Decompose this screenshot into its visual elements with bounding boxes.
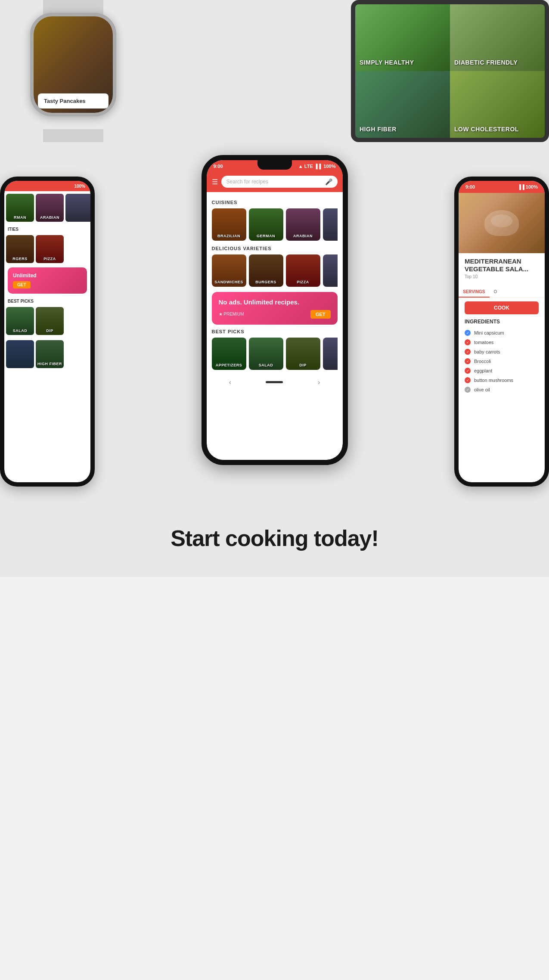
left-bp-salad[interactable]: SALAD bbox=[6, 307, 34, 335]
nav-forward[interactable]: › bbox=[318, 378, 320, 386]
left-phone: 100% RMAN ARABIAN ITIES bbox=[0, 177, 95, 487]
cuisine-arabian[interactable]: ARABIAN bbox=[286, 208, 320, 241]
left-promo-card[interactable]: Unlimited GET bbox=[8, 267, 87, 294]
variety-burgers[interactable]: BURGERS bbox=[249, 254, 283, 287]
watch-card-text: Tasty Pancakes bbox=[44, 98, 86, 104]
left-variety-burgers[interactable]: RGERS bbox=[6, 235, 34, 263]
cuisine-german[interactable]: GERMAN bbox=[249, 208, 283, 241]
tablet-cell-2[interactable]: DIABETIC FRIENDLY bbox=[450, 4, 545, 71]
left-variety-pizza-label: PIZZA bbox=[43, 257, 56, 261]
premium-label: ★ PREMIUM bbox=[219, 312, 244, 316]
center-status-right: ▲ LTE ▐▐ 100% bbox=[298, 164, 336, 169]
tablet-cell-3[interactable]: HIGH FIBER bbox=[355, 71, 450, 138]
cuisine-brazilian[interactable]: BRAZILIAN bbox=[212, 208, 246, 241]
left-variety-pizza[interactable]: PIZZA bbox=[36, 235, 64, 263]
bottom-cta: Start cooking today! bbox=[0, 508, 549, 577]
tablet-container: SIMPLY HEALTHY DIABETIC FRIENDLY HIGH FI… bbox=[351, 0, 549, 142]
left-bottom-label: HIGH FIBER bbox=[37, 362, 62, 366]
tablet-cell-label-2: DIABETIC FRIENDLY bbox=[454, 59, 518, 66]
left-status-bar: 100% bbox=[4, 181, 90, 191]
left-best-picks-row: SALAD DIP bbox=[4, 305, 90, 337]
ingredients-section: INGREDIENTS Mini capsicum tomatoes baby … bbox=[459, 314, 545, 399]
left-cuisine-arabian[interactable]: ARABIAN bbox=[36, 194, 64, 222]
left-bp-dip-label: DIP bbox=[46, 329, 53, 333]
left-varieties-label: ITIES bbox=[4, 224, 90, 233]
menu-icon[interactable]: ☰ bbox=[212, 178, 218, 186]
center-phone-screen: 9:00 ▲ LTE ▐▐ 100% ☰ Search for recipes … bbox=[207, 160, 343, 460]
ingredient-dot-6 bbox=[465, 377, 471, 383]
tablet-cell-label-4: LOW CHOLESTEROL bbox=[454, 126, 519, 133]
ingredient-capsicum: Mini capsicum bbox=[465, 328, 539, 338]
watch-container: Tasty Pancakes bbox=[13, 4, 133, 142]
left-cuisine-row: RMAN ARABIAN bbox=[4, 191, 90, 224]
cook-button[interactable]: COOK bbox=[465, 301, 539, 314]
variety-extra[interactable]: ··· bbox=[323, 254, 338, 287]
promo-bottom: ★ PREMIUM GET bbox=[219, 310, 331, 319]
center-search-bar: ☰ Search for recipes 🎤 bbox=[207, 172, 343, 192]
tab-other[interactable]: O bbox=[490, 287, 502, 298]
left-cuisine-arabian-label: ARABIAN bbox=[40, 215, 59, 220]
mic-icon[interactable]: 🎤 bbox=[325, 178, 332, 185]
center-phone-content: CUISINES BRAZILIAN GERMAN ARABIAN ··· bbox=[207, 192, 343, 460]
recipe-name: MEDITERRANEAN VEGETABLE SALA... bbox=[465, 257, 539, 273]
left-cuisine-german[interactable]: RMAN bbox=[6, 194, 34, 222]
cuisines-grid: BRAZILIAN GERMAN ARABIAN ··· bbox=[212, 208, 338, 241]
recipe-header-image bbox=[459, 193, 545, 253]
ingredient-olive-oil: olive oil bbox=[465, 385, 539, 394]
ingredient-mushrooms: button mushrooms bbox=[465, 375, 539, 385]
variety-pizza[interactable]: PIZZA bbox=[286, 254, 320, 287]
variety-burgers-label: BURGERS bbox=[255, 280, 276, 284]
ingredient-dot-3 bbox=[465, 349, 471, 355]
pick-dip[interactable]: DIP bbox=[286, 338, 320, 370]
variety-sandwiches[interactable]: SANDWICHES bbox=[212, 254, 246, 287]
recipe-tabs: SERVINGS O bbox=[459, 287, 545, 298]
best-picks-title: BEST PICKS bbox=[212, 329, 338, 334]
ingredient-dot-2 bbox=[465, 339, 471, 345]
right-phone-screen: 9:00 ▐▐ 100% MEDITERRANEAN VEGETABLE SAL… bbox=[459, 181, 545, 482]
cuisine-extra[interactable]: ··· bbox=[323, 208, 338, 241]
left-cuisine-extra[interactable] bbox=[65, 194, 90, 222]
center-status-signal: ▲ LTE ▐▐ bbox=[298, 164, 321, 169]
left-bp-salad-label: SALAD bbox=[13, 329, 28, 333]
ingredient-dot-1 bbox=[465, 330, 471, 336]
recipe-bowl bbox=[484, 210, 519, 236]
best-picks-grid: APPETIZERS SALAD DIP ··· bbox=[212, 338, 338, 370]
nav-home[interactable] bbox=[266, 381, 283, 383]
left-bottom-2: HIGH FIBER bbox=[36, 340, 64, 368]
cuisine-german-label: GERMAN bbox=[257, 234, 275, 238]
ingredient-name-7: olive oil bbox=[474, 387, 490, 392]
cuisines-title: CUISINES bbox=[212, 200, 338, 205]
cuisine-brazilian-label: BRAZILIAN bbox=[217, 234, 240, 238]
ingredient-name-2: tomatoes bbox=[474, 340, 493, 345]
ingredient-eggplant: eggplant bbox=[465, 366, 539, 375]
search-input-container[interactable]: Search for recipes 🎤 bbox=[221, 176, 338, 188]
right-status-battery: ▐▐ 100% bbox=[518, 184, 538, 189]
pick-salad[interactable]: SALAD bbox=[249, 338, 283, 370]
pick-appetizers[interactable]: APPETIZERS bbox=[212, 338, 246, 370]
ingredient-broccoli: Broccoli bbox=[465, 357, 539, 366]
ingredient-dot-4 bbox=[465, 358, 471, 364]
ingredient-name-6: button mushrooms bbox=[474, 378, 513, 383]
left-bp-dip[interactable]: DIP bbox=[36, 307, 64, 335]
tab-servings[interactable]: SERVINGS bbox=[459, 287, 490, 298]
left-best-picks-label: BEST PICKS bbox=[4, 296, 90, 305]
get-button[interactable]: GET bbox=[310, 310, 331, 319]
promo-card[interactable]: No ads. Unlimited recipes. ★ PREMIUM GET bbox=[212, 292, 338, 325]
ingredient-tomatoes: tomatoes bbox=[465, 338, 539, 347]
ingredient-baby-carrots: baby carrots bbox=[465, 347, 539, 357]
tablet-cell-4[interactable]: LOW CHOLESTEROL bbox=[450, 71, 545, 138]
search-placeholder: Search for recipes bbox=[226, 179, 268, 185]
right-phone: 9:00 ▐▐ 100% MEDITERRANEAN VEGETABLE SAL… bbox=[454, 177, 549, 487]
left-promo-get[interactable]: GET bbox=[13, 281, 31, 288]
tablet-cell-1[interactable]: SIMPLY HEALTHY bbox=[355, 4, 450, 71]
variety-pizza-label: PIZZA bbox=[297, 280, 309, 284]
cuisine-arabian-label: ARABIAN bbox=[293, 234, 313, 238]
center-phone: 9:00 ▲ LTE ▐▐ 100% ☰ Search for recipes … bbox=[202, 155, 348, 465]
nav-back[interactable]: ‹ bbox=[229, 378, 231, 386]
recipe-subtitle: Top 10 bbox=[465, 274, 539, 279]
recipe-image-bg bbox=[459, 193, 545, 253]
tablet-cell-label-3: HIGH FIBER bbox=[360, 126, 397, 133]
top-section: Tasty Pancakes SIMPLY HEALTHY DIABETIC F… bbox=[0, 0, 549, 146]
pick-extra[interactable]: ··· bbox=[323, 338, 338, 370]
left-variety-burgers-label: RGERS bbox=[12, 257, 28, 261]
